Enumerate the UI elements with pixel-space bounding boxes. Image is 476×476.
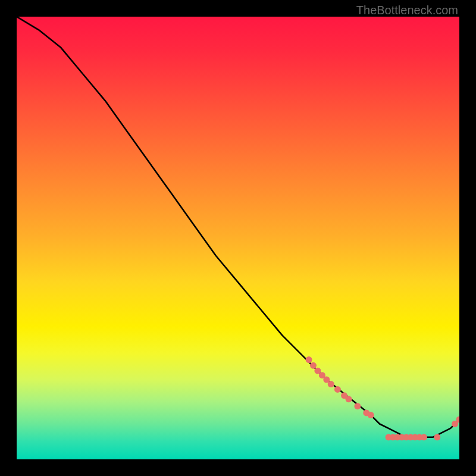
chart-svg xyxy=(17,17,459,459)
attribution-text: TheBottleneck.com xyxy=(356,4,458,17)
data-marker xyxy=(394,434,400,440)
data-marker xyxy=(399,434,405,440)
bottleneck-curve xyxy=(17,17,459,437)
data-marker xyxy=(341,392,347,399)
data-marker xyxy=(421,434,427,440)
data-marker xyxy=(416,434,423,440)
data-marker xyxy=(452,421,458,427)
data-marker xyxy=(328,381,334,387)
data-marker xyxy=(306,356,312,363)
plot-area xyxy=(17,17,459,459)
data-marker xyxy=(385,434,392,440)
data-marker xyxy=(319,372,325,378)
data-marker xyxy=(368,412,374,418)
marker-group xyxy=(306,356,459,440)
data-marker xyxy=(408,434,414,440)
data-marker xyxy=(310,362,317,369)
data-marker xyxy=(346,396,352,402)
data-marker xyxy=(363,409,369,416)
data-marker xyxy=(403,434,409,440)
data-marker xyxy=(434,434,440,440)
data-marker xyxy=(354,403,361,409)
data-marker xyxy=(323,377,330,383)
data-marker xyxy=(314,368,321,374)
data-marker xyxy=(334,386,341,393)
data-marker xyxy=(456,416,460,423)
chart-stage: TheBottleneck.com xyxy=(0,0,476,476)
data-marker xyxy=(390,434,396,440)
data-marker xyxy=(412,434,418,440)
